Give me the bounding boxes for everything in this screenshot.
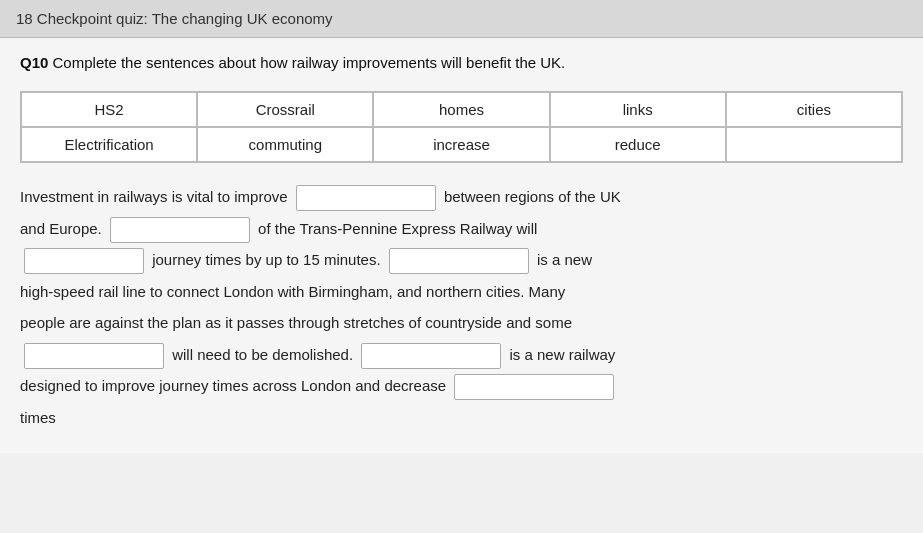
blank-7[interactable] — [454, 374, 614, 400]
blank-6[interactable] — [361, 343, 501, 369]
sentence-3-part1: journey times by up to 15 minutes. — [152, 251, 380, 268]
blank-1[interactable] — [296, 185, 436, 211]
sentence-2-part2: of the Trans-Pennine Express Railway wil… — [258, 220, 537, 237]
word-cell-homes[interactable]: homes — [373, 92, 549, 127]
sentence-6-part1: will need to be demolished. — [172, 346, 353, 363]
sentence-4: high-speed rail line to connect London w… — [20, 283, 565, 300]
word-cell-commuting[interactable]: commuting — [197, 127, 373, 162]
sentences-area: Investment in railways is vital to impro… — [20, 181, 903, 433]
word-cell-links[interactable]: links — [550, 92, 726, 127]
page-title: 18 Checkpoint quiz: The changing UK econ… — [16, 10, 333, 27]
sentence-5: people are against the plan as it passes… — [20, 314, 572, 331]
word-cell-hs2[interactable]: HS2 — [21, 92, 197, 127]
blank-5[interactable] — [24, 343, 164, 369]
blank-3[interactable] — [24, 248, 144, 274]
page-wrapper: 18 Checkpoint quiz: The changing UK econ… — [0, 0, 923, 533]
word-cell-increase[interactable]: increase — [373, 127, 549, 162]
content-area: Q10 Complete the sentences about how rai… — [0, 38, 923, 453]
sentence-1-part1: Investment in railways is vital to impro… — [20, 188, 288, 205]
blank-4[interactable] — [389, 248, 529, 274]
word-cell-electrification[interactable]: Electrification — [21, 127, 197, 162]
blank-2[interactable] — [110, 217, 250, 243]
sentence-2-part1: and Europe. — [20, 220, 102, 237]
sentence-1-part2: between regions of the UK — [444, 188, 621, 205]
word-bank: HS2 Crossrail homes links cities Electri… — [20, 91, 903, 163]
word-cell-reduce[interactable]: reduce — [550, 127, 726, 162]
sentence-7: designed to improve journey times across… — [20, 377, 446, 394]
word-cell-empty — [726, 127, 902, 162]
question-label: Q10 — [20, 54, 48, 71]
question-instruction: Q10 Complete the sentences about how rai… — [20, 52, 903, 73]
sentence-6-part2: is a new railway — [509, 346, 615, 363]
question-text: Complete the sentences about how railway… — [53, 54, 566, 71]
word-cell-cities[interactable]: cities — [726, 92, 902, 127]
word-cell-crossrail[interactable]: Crossrail — [197, 92, 373, 127]
sentence-3-part2: is a new — [537, 251, 592, 268]
page-header: 18 Checkpoint quiz: The changing UK econ… — [0, 0, 923, 38]
sentence-8: times — [20, 409, 56, 426]
